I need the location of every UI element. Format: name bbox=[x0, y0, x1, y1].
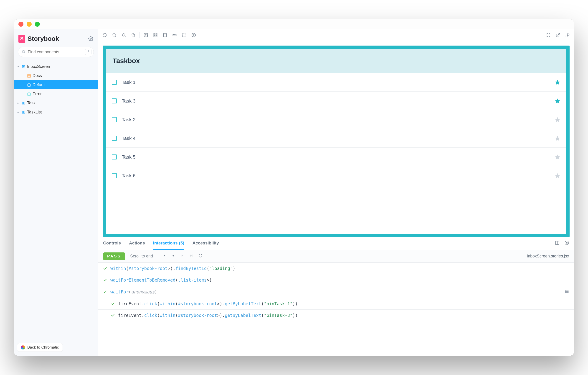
open-new-tab-icon[interactable] bbox=[556, 33, 560, 38]
task-checkbox[interactable] bbox=[112, 154, 117, 159]
zoom-in-icon[interactable] bbox=[112, 33, 117, 38]
go-to-end-icon[interactable] bbox=[189, 254, 193, 259]
step-code: fireEvent.click(within(#storybook-root>)… bbox=[118, 313, 298, 318]
tab-interactions[interactable]: Interactions (5) bbox=[153, 237, 184, 250]
outline-icon[interactable] bbox=[182, 33, 187, 38]
tree-item-label: Docs bbox=[32, 73, 42, 78]
task-title: Task 5 bbox=[122, 154, 550, 160]
pin-star-icon[interactable] bbox=[555, 117, 560, 122]
svg-rect-15 bbox=[156, 33, 157, 35]
accessibility-icon[interactable] bbox=[191, 33, 196, 38]
search-field: / bbox=[18, 47, 94, 57]
svg-rect-17 bbox=[156, 35, 157, 37]
task-checkbox[interactable] bbox=[112, 99, 117, 103]
tab-actions[interactable]: Actions bbox=[129, 237, 145, 250]
rerun-icon[interactable] bbox=[199, 254, 202, 259]
svg-line-2 bbox=[24, 52, 25, 53]
component-icon: ⊞ bbox=[22, 64, 25, 69]
svg-point-36 bbox=[565, 290, 566, 290]
tree-item-error[interactable]: ▢ Error bbox=[14, 89, 98, 99]
status-badge: PASS bbox=[103, 253, 125, 260]
interaction-step[interactable]: within(#storybook-root>).findByTestId("l… bbox=[98, 263, 574, 274]
interaction-step[interactable]: fireEvent.click(within(#storybook-root>)… bbox=[98, 298, 574, 310]
close-panel-icon[interactable] bbox=[565, 241, 569, 246]
task-row: Task 3 bbox=[106, 92, 566, 110]
copy-link-icon[interactable] bbox=[565, 33, 570, 38]
svg-point-38 bbox=[565, 292, 566, 293]
panel-orientation-icon[interactable] bbox=[555, 241, 560, 246]
step-code: fireEvent.click(within(#storybook-root>)… bbox=[118, 301, 298, 306]
window-zoom-button[interactable] bbox=[35, 22, 40, 27]
list-icon bbox=[565, 289, 569, 295]
caret-down-icon: ▾ bbox=[18, 65, 20, 68]
tab-accessibility[interactable]: Accessibility bbox=[192, 237, 219, 250]
svg-point-13 bbox=[145, 34, 146, 35]
step-code: within(#storybook-root>).findByTestId("l… bbox=[110, 266, 235, 271]
go-to-start-icon[interactable] bbox=[162, 254, 166, 259]
back-to-chromatic-label: Back to Chromatic bbox=[27, 345, 59, 350]
interaction-step[interactable]: fireEvent.click(within(#storybook-root>)… bbox=[98, 310, 574, 321]
task-checkbox[interactable] bbox=[112, 173, 117, 178]
svg-line-4 bbox=[115, 36, 116, 37]
task-title: Task 3 bbox=[122, 98, 550, 104]
pin-star-icon[interactable] bbox=[555, 98, 560, 104]
task-checkbox[interactable] bbox=[112, 80, 117, 85]
tree-item-inboxscreen[interactable]: ▾ ⊞ InboxScreen bbox=[14, 62, 98, 71]
svg-rect-24 bbox=[182, 33, 186, 37]
grid-icon[interactable] bbox=[153, 33, 158, 38]
tree-item-label: TaskList bbox=[27, 110, 42, 115]
step-forward-icon[interactable] bbox=[180, 254, 184, 259]
scroll-to-end-button[interactable]: Scroll to end bbox=[130, 254, 153, 259]
pin-star-icon[interactable] bbox=[555, 135, 560, 141]
tree-item-docs[interactable]: ▤ Docs bbox=[14, 71, 98, 80]
zoom-reset-icon[interactable] bbox=[131, 33, 136, 38]
pin-star-icon[interactable] bbox=[555, 79, 560, 85]
tree-item-task[interactable]: ▸ ⊞ Task bbox=[14, 99, 98, 108]
step-back-icon[interactable] bbox=[171, 254, 175, 259]
addon-tabs: Controls Actions Interactions (5) Access… bbox=[98, 237, 574, 250]
pin-star-icon[interactable] bbox=[555, 173, 560, 179]
addons-panel: Controls Actions Interactions (5) Access… bbox=[98, 237, 574, 356]
task-title: Task 2 bbox=[122, 117, 550, 122]
docs-icon: ▤ bbox=[27, 73, 31, 78]
search-icon bbox=[22, 50, 26, 55]
interaction-step[interactable]: waitForElementToBeRemoved(.list-items>) bbox=[98, 274, 574, 286]
search-input[interactable] bbox=[18, 47, 94, 57]
tree-item-tasklist[interactable]: ▸ ⊞ TaskList bbox=[14, 108, 98, 117]
svg-rect-28 bbox=[556, 241, 559, 245]
story-filename: InboxScreen.stories.jsx bbox=[527, 254, 569, 259]
sidebar: S Storybook / ▾ ⊞ bbox=[14, 29, 98, 356]
chromatic-icon bbox=[21, 345, 25, 350]
task-row: Task 5 bbox=[106, 148, 566, 166]
storybook-root: S Storybook / ▾ ⊞ bbox=[14, 29, 574, 356]
task-checkbox[interactable] bbox=[112, 136, 117, 141]
tree-item-label: Task bbox=[27, 101, 35, 105]
story-icon: ▢ bbox=[27, 91, 31, 96]
storybook-logo[interactable]: S Storybook bbox=[18, 35, 59, 43]
step-code: waitForElementToBeRemoved(.list-items>) bbox=[110, 277, 212, 283]
interaction-step[interactable]: waitFor(anonymous) bbox=[98, 286, 574, 298]
window-close-button[interactable] bbox=[18, 22, 23, 27]
settings-icon[interactable] bbox=[88, 36, 93, 41]
back-to-chromatic-button[interactable]: Back to Chromatic bbox=[17, 343, 63, 352]
task-row: Task 4 bbox=[106, 129, 566, 148]
tree-item-default[interactable]: ▢ Default bbox=[14, 80, 98, 89]
viewport-icon[interactable] bbox=[162, 33, 168, 38]
fullscreen-icon[interactable] bbox=[546, 33, 551, 38]
task-title: Task 4 bbox=[122, 136, 550, 141]
zoom-out-icon[interactable] bbox=[121, 33, 126, 38]
remount-icon[interactable] bbox=[102, 33, 107, 38]
navigation-tree: ▾ ⊞ InboxScreen ▤ Docs ▢ Default ▢ Error bbox=[14, 61, 98, 117]
pin-star-icon[interactable] bbox=[555, 154, 560, 160]
measure-icon[interactable] bbox=[172, 33, 177, 38]
task-checkbox[interactable] bbox=[112, 117, 117, 122]
tab-controls[interactable]: Controls bbox=[103, 237, 121, 250]
caret-right-icon: ▸ bbox=[18, 102, 20, 105]
svg-point-0 bbox=[90, 38, 92, 39]
svg-rect-16 bbox=[154, 35, 155, 37]
check-icon bbox=[103, 266, 107, 270]
background-icon[interactable] bbox=[143, 33, 148, 38]
component-icon: ⊞ bbox=[22, 100, 25, 105]
tree-item-label: Error bbox=[32, 92, 42, 96]
window-minimize-button[interactable] bbox=[27, 22, 32, 27]
